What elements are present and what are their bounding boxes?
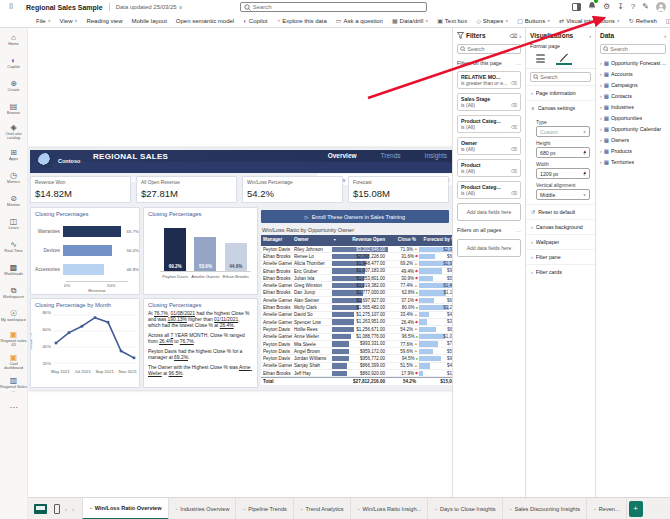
- more-options-icon[interactable]: …: [516, 60, 521, 66]
- filter-card[interactable]: Sales Stage is (All) ⌫: [457, 93, 521, 111]
- closing-percentage-by-month-chart[interactable]: Closing Percentage by Month Close % 80%6…: [30, 298, 140, 388]
- more-options-icon[interactable]: …: [516, 227, 521, 233]
- waffle-menu-icon[interactable]: ⠿: [4, 3, 18, 11]
- page-tab[interactable]: ⌄ Pipeline Trends: [236, 498, 293, 519]
- nav-rail-item[interactable]: ⧉ Workspaces: [0, 281, 28, 304]
- vertical-alignment-select[interactable]: Middle∨: [536, 189, 590, 200]
- banner-nav-tab[interactable]: Overview: [328, 152, 357, 159]
- data-table-item[interactable]: › ▦ Opportunity Calendar: [596, 123, 670, 134]
- toolbar-item[interactable]: View ∨: [60, 18, 78, 24]
- expand-chevron-icon[interactable]: ›: [600, 159, 602, 165]
- bar[interactable]: [63, 226, 121, 237]
- toolbar-item[interactable]: ⇄ Visual interactions ∨: [559, 17, 620, 24]
- canvas-type-select[interactable]: Custom∨: [536, 126, 590, 137]
- bar[interactable]: [63, 245, 112, 256]
- page-tab[interactable]: ⌄ Trend Analytics: [294, 498, 351, 519]
- nav-rail-item[interactable]: ⊘ Monitor: [0, 189, 28, 212]
- data-table-item[interactable]: › ▦ Campaigns: [596, 79, 670, 90]
- bar[interactable]: 69.2%: [164, 228, 186, 271]
- page-tab[interactable]: ⌄ Reven...: [587, 498, 627, 519]
- toolbar-item[interactable]: Reading view: [86, 18, 122, 24]
- data-table-item[interactable]: › ▦ Opportunity Forecast ...: [596, 57, 670, 68]
- toolbar-item[interactable]: Open semantic model: [176, 18, 234, 24]
- data-search-input[interactable]: [610, 46, 663, 52]
- toolbar-item[interactable]: ◐ Copilot: [243, 18, 267, 24]
- data-table-item[interactable]: › ▦ Industries: [596, 101, 670, 112]
- add-data-fields-dropzone[interactable]: Add data fields here: [457, 203, 521, 221]
- report-page[interactable]: Contoso REGIONAL SALES OverviewTrendsIns…: [28, 148, 455, 390]
- collapse-pane-icon[interactable]: ›: [664, 33, 666, 39]
- next-page-icon[interactable]: ›: [72, 506, 74, 512]
- nav-rail-item[interactable]: ▣ Cool dashboard: [0, 350, 28, 373]
- toolbar-item[interactable]: ▦ Data/drill ∨: [392, 17, 428, 24]
- spin-down-icon[interactable]: ▾: [583, 174, 586, 177]
- bar[interactable]: 53.6%: [194, 237, 216, 271]
- eraser-icon[interactable]: ⌫: [511, 169, 517, 174]
- canvas-background-section[interactable]: › Canvas background: [526, 219, 595, 234]
- canvas-height-input[interactable]: 680 px ▴▾: [536, 147, 590, 158]
- prev-page-icon[interactable]: ‹: [65, 506, 67, 512]
- nav-rail-item[interactable]: ◈ OneLake catalog: [0, 120, 28, 143]
- page-tab[interactable]: ⌄ Sales Discounting Insights: [503, 498, 587, 519]
- toolbar-item[interactable]: Mobile layout: [131, 18, 166, 24]
- toolbar-item[interactable]: File ∨: [36, 18, 51, 24]
- expand-chevron-icon[interactable]: ›: [600, 60, 602, 66]
- data-table-item[interactable]: › ▦ Opportunities: [596, 112, 670, 123]
- filter-card[interactable]: Product is (All) ⌫: [457, 159, 521, 177]
- web-view-icon[interactable]: [34, 504, 47, 514]
- expand-chevron-icon[interactable]: ›: [600, 93, 602, 99]
- kpi-card[interactable]: All Open Revenue $27.81M: [136, 176, 237, 203]
- kpi-card[interactable]: Revenue Won $14.82M: [30, 176, 131, 203]
- nav-rail-item[interactable]: ⌂ Home: [0, 28, 28, 51]
- kpi-card[interactable]: Forecast $15.08M: [348, 176, 449, 203]
- mobile-view-icon[interactable]: [54, 504, 60, 514]
- expand-chevron-icon[interactable]: ›: [600, 71, 602, 77]
- wallpaper-section[interactable]: › Wallpaper: [526, 234, 595, 249]
- notifications-bell-icon[interactable]: [588, 1, 596, 14]
- expand-chevron-icon[interactable]: ›: [600, 115, 602, 121]
- eraser-icon[interactable]: ⌫: [511, 191, 517, 196]
- nav-rail-item[interactable]: ◐ Copilot: [0, 51, 28, 74]
- winloss-table-visual[interactable]: Win/Loss Ratio by Opportunity Owner Mana…: [261, 226, 455, 386]
- expand-chevron-icon[interactable]: ›: [600, 82, 602, 88]
- filter-pane-section[interactable]: › Filter pane: [526, 249, 595, 264]
- toolbar-item[interactable]: ▣ Text box: [437, 17, 467, 24]
- page-tab[interactable]: ⌄ Win/Loss Ratio Insigh...: [351, 498, 429, 519]
- add-data-fields-dropzone[interactable]: Add data fields here: [457, 239, 521, 257]
- nav-rail-item[interactable]: ⊕ Create: [0, 74, 28, 97]
- toolbar-item[interactable]: ↻ Refresh: [629, 17, 657, 24]
- page-tab[interactable]: ⌄ Days to Close Insights: [428, 498, 502, 519]
- expand-chevron-icon[interactable]: ›: [600, 104, 602, 110]
- eraser-icon[interactable]: ⌫: [509, 33, 517, 39]
- bar[interactable]: 44.6%: [225, 243, 247, 271]
- expand-chevron-icon[interactable]: ›: [600, 148, 602, 154]
- filters-search-input[interactable]: [467, 46, 518, 52]
- eraser-icon[interactable]: ⌫: [511, 81, 517, 86]
- data-search[interactable]: [600, 44, 666, 54]
- data-updated-label[interactable]: Data updated 25/03/25∨: [116, 4, 183, 10]
- expand-chevron-icon[interactable]: ›: [600, 137, 602, 143]
- nav-rail-item[interactable]: ▥ Regional Sales ...: [0, 373, 28, 396]
- collapse-pane-icon[interactable]: ›: [589, 33, 591, 39]
- nav-rail-item[interactable]: ▣ Regional sales 43: [0, 327, 28, 350]
- bar[interactable]: [63, 264, 104, 275]
- nav-rail-item[interactable]: ◷ Metrics: [0, 166, 28, 189]
- nav-rail-item[interactable]: ⋯: [0, 396, 28, 419]
- side-pane-toggle-icon[interactable]: [572, 3, 581, 11]
- eraser-icon[interactable]: ⌫: [511, 125, 517, 130]
- page-information-section[interactable]: › Page information: [526, 85, 595, 100]
- format-search[interactable]: [530, 72, 591, 82]
- banner-nav-tab[interactable]: Trends: [381, 152, 401, 159]
- filter-card[interactable]: Product Categ... is (All) ⌫: [457, 181, 521, 199]
- nav-rail-item[interactable]: ◫ Learn: [0, 212, 28, 235]
- table-row[interactable]: Ethan Brooks Jeff Hay $860,920.00 17.9% …: [261, 370, 455, 377]
- report-canvas[interactable]: Contoso REGIONAL SALES OverviewTrendsIns…: [28, 28, 452, 497]
- filter-card[interactable]: RELATIVE MO... is greater than or e... ⌫: [457, 71, 521, 89]
- filter-cards-section[interactable]: › Filter cards: [526, 264, 595, 279]
- toolbar-item[interactable]: ◇ Shapes ∨: [476, 17, 508, 24]
- add-data-icon[interactable]: [532, 52, 548, 65]
- collapse-pane-icon[interactable]: ›: [519, 33, 521, 39]
- filter-card[interactable]: Owner is (All) ⌫: [457, 137, 521, 155]
- closing-percentages-owner-chart[interactable]: Closing Percentages Revenue 69.2% 53.6%: [143, 207, 258, 295]
- data-table-item[interactable]: › ▦ Owners: [596, 134, 670, 145]
